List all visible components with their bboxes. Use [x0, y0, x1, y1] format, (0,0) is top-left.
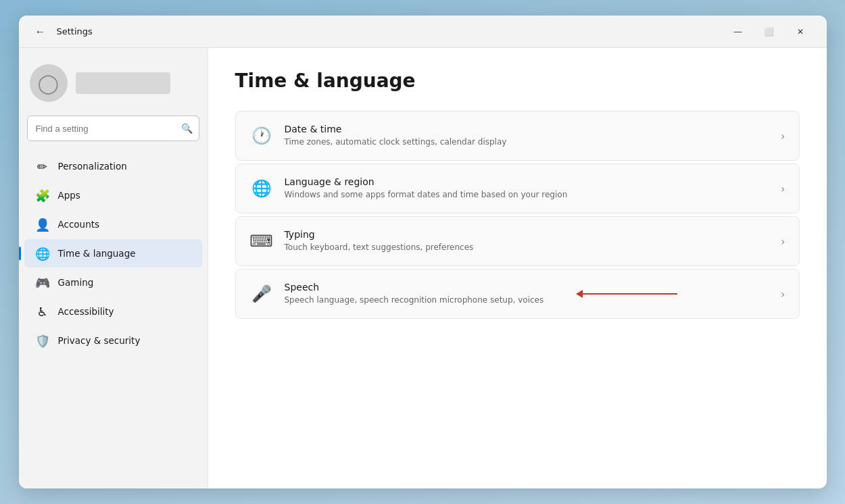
accessibility-icon: ♿: [35, 304, 50, 319]
back-button[interactable]: ←: [30, 21, 51, 43]
typing-icon: ⌨️: [249, 229, 274, 253]
date-time-chevron: ›: [781, 130, 785, 143]
sidebar-item-accounts[interactable]: 👤 Accounts: [24, 210, 202, 238]
search-input[interactable]: [27, 116, 199, 141]
sidebar-label-personalization: Personalization: [58, 161, 191, 172]
language-region-text: Language & region Windows and some apps …: [285, 176, 771, 201]
privacy-security-icon: 🛡️: [35, 333, 50, 348]
speech-arrow: [577, 290, 677, 298]
sidebar: ◯ 🔍 ✏️ Personalization 🧩 Apps 👤 Accounts…: [19, 48, 208, 488]
settings-list: 🕐 Date & time Time zones, automatic cloc…: [235, 111, 800, 319]
arrow-head: [576, 290, 583, 298]
apps-icon: 🧩: [35, 188, 50, 203]
speech-icon: 🎤: [249, 282, 274, 306]
sidebar-label-privacy-security: Privacy & security: [58, 335, 191, 346]
sidebar-label-gaming: Gaming: [58, 277, 191, 288]
main-content: Time & language 🕐 Date & time Time zones…: [208, 48, 827, 488]
sidebar-item-gaming[interactable]: 🎮 Gaming: [24, 268, 202, 297]
personalization-icon: ✏️: [35, 159, 50, 174]
user-icon: ◯: [38, 72, 59, 95]
sidebar-item-privacy-security[interactable]: 🛡️ Privacy & security: [24, 326, 202, 355]
language-region-icon: 🌐: [249, 176, 274, 201]
date-time-icon: 🕐: [249, 124, 274, 148]
speech-chevron: ›: [781, 288, 785, 301]
content-area: ◯ 🔍 ✏️ Personalization 🧩 Apps 👤 Accounts…: [19, 48, 827, 488]
typing-title: Typing: [285, 229, 771, 240]
close-button[interactable]: ✕: [785, 20, 816, 44]
window-title: Settings: [57, 26, 93, 36]
date-time-title: Date & time: [285, 124, 771, 134]
setting-card-date-time[interactable]: 🕐 Date & time Time zones, automatic cloc…: [235, 111, 800, 161]
maximize-button[interactable]: ⬜: [754, 20, 785, 44]
time-language-icon: 🌐: [35, 246, 50, 261]
avatar: ◯: [30, 64, 68, 102]
setting-card-language-region[interactable]: 🌐 Language & region Windows and some app…: [235, 163, 800, 213]
page-title: Time & language: [235, 70, 800, 92]
date-time-text: Date & time Time zones, automatic clock …: [285, 124, 771, 148]
language-region-desc: Windows and some apps format dates and t…: [285, 189, 771, 201]
user-profile: ◯: [19, 59, 208, 116]
typing-desc: Touch keyboard, text suggestions, prefer…: [285, 242, 771, 253]
user-name-placeholder: [76, 72, 170, 94]
accounts-icon: 👤: [35, 217, 50, 232]
sidebar-item-time-language[interactable]: 🌐 Time & language: [24, 239, 202, 268]
gaming-icon: 🎮: [35, 275, 50, 290]
search-box: 🔍: [27, 116, 199, 141]
setting-card-typing[interactable]: ⌨️ Typing Touch keyboard, text suggestio…: [235, 216, 800, 266]
titlebar: ← Settings — ⬜ ✕: [19, 16, 827, 48]
speech-text: Speech Speech language, speech recogniti…: [285, 282, 771, 306]
sidebar-label-accessibility: Accessibility: [58, 306, 191, 317]
sidebar-item-apps[interactable]: 🧩 Apps: [24, 181, 202, 209]
arrow-line: [583, 293, 677, 295]
setting-card-speech[interactable]: 🎤 Speech Speech language, speech recogni…: [235, 269, 800, 319]
sidebar-item-accessibility[interactable]: ♿ Accessibility: [24, 297, 202, 326]
minimize-button[interactable]: —: [723, 20, 754, 44]
language-region-title: Language & region: [285, 176, 771, 187]
date-time-desc: Time zones, automatic clock settings, ca…: [285, 136, 771, 148]
typing-text: Typing Touch keyboard, text suggestions,…: [285, 229, 771, 253]
sidebar-label-accounts: Accounts: [58, 219, 191, 230]
settings-window: ← Settings — ⬜ ✕ ◯ 🔍 ✏️: [19, 16, 827, 488]
typing-chevron: ›: [781, 235, 785, 248]
nav-list: ✏️ Personalization 🧩 Apps 👤 Accounts 🌐 T…: [19, 152, 208, 355]
window-controls: — ⬜ ✕: [723, 20, 816, 44]
speech-title: Speech: [285, 282, 771, 293]
sidebar-label-apps: Apps: [58, 190, 191, 201]
sidebar-item-personalization[interactable]: ✏️ Personalization: [24, 152, 202, 180]
speech-desc: Speech language, speech recognition micr…: [285, 295, 771, 306]
language-region-chevron: ›: [781, 182, 785, 195]
sidebar-label-time-language: Time & language: [58, 248, 191, 259]
